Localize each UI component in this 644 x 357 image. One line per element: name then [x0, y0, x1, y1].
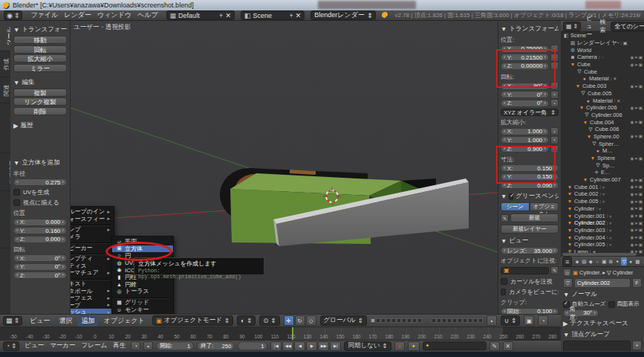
- delete-keyframe-button[interactable]: ✕: [503, 341, 513, 351]
- timeline-menu[interactable]: 再生: [111, 341, 128, 350]
- properties-tab[interactable]: ▦: [634, 257, 640, 266]
- mesh-submenu-item[interactable]: ☺ モンキー: [112, 306, 173, 313]
- checkbox[interactable]: [13, 199, 20, 206]
- selectable-icon[interactable]: ➤: [634, 206, 638, 210]
- gp-new-layer-button[interactable]: 新規レイヤー: [501, 225, 559, 234]
- increment-icon[interactable]: ›: [62, 179, 64, 185]
- lock-playhead-button[interactable]: •: [143, 341, 153, 350]
- manipulator-translate-button[interactable]: ✛: [284, 315, 294, 326]
- toolshelf-tab[interactable]: 関連: [0, 77, 10, 103]
- outliner-row[interactable]: ▽ Cube.005 | ◉ ➤ ▣: [561, 90, 644, 97]
- layer-toggle[interactable]: [452, 318, 457, 323]
- panel-header-history[interactable]: ▶ 履歴: [13, 121, 67, 130]
- toolshelf-tab[interactable]: ツール: [0, 21, 10, 51]
- increment-icon[interactable]: ›: [62, 219, 64, 225]
- add-layout-icon[interactable]: +: [219, 12, 223, 19]
- add-scene-icon[interactable]: +: [289, 12, 293, 19]
- outliner-row[interactable]: ▼ Cylinder.004 | ▿ ◉ ➤ ▣: [561, 234, 644, 241]
- decrement-icon[interactable]: ‹: [504, 91, 506, 97]
- sync-mode-selector[interactable]: 同期しない ⇕: [344, 341, 391, 351]
- increment-icon[interactable]: ›: [544, 129, 546, 135]
- topbar-menu[interactable]: ウィンドウ: [95, 10, 134, 20]
- outliner-row[interactable]: ✛ E… | ◉ ➤ ▣: [561, 169, 644, 176]
- viewport-menu[interactable]: 追加: [77, 315, 98, 327]
- mode-selector[interactable]: ▣ オブジェクトモード ⇕: [152, 315, 233, 326]
- lock-icon[interactable]: •: [550, 91, 559, 99]
- properties-tab[interactable]: ✦: [614, 257, 620, 266]
- delete-layout-icon[interactable]: ✕: [225, 12, 231, 19]
- scale-field[interactable]: ‹ Y: 1.000 ›: [501, 136, 549, 144]
- timeline-menu[interactable]: フレーム: [79, 341, 110, 350]
- layer-toggle[interactable]: [397, 318, 401, 323]
- renderable-icon[interactable]: ▣: [639, 134, 643, 138]
- properties-tab[interactable]: ■: [574, 257, 580, 266]
- panel-header-add-cube[interactable]: ▼ 立方体を追加: [13, 158, 67, 167]
- pencil-icon[interactable]: ✎: [501, 214, 509, 222]
- gp-scene-toggle[interactable]: シーン: [501, 202, 530, 211]
- outliner-row[interactable]: ▼ Cube.005 | ▿ ◉ ➤ ▣: [561, 198, 644, 205]
- decrement-icon[interactable]: ‹: [504, 129, 506, 135]
- panel-header-view[interactable]: ▼ ビュー: [501, 237, 559, 245]
- pivot-selector[interactable]: ⊙ ⇕: [259, 315, 279, 326]
- clip-field[interactable]: ‹ 開始: 0.100 ›: [501, 308, 559, 314]
- outliner-row[interactable]: ▼ Cylinder.007 | ◉ ➤ ▣: [561, 176, 644, 184]
- outliner-row[interactable]: ▼ Cylinder.006 | ◉ ➤ ▣: [561, 104, 644, 112]
- rotation-field[interactable]: ‹ X: 0° ›: [13, 254, 67, 262]
- properties-tab[interactable]: ▽: [621, 257, 627, 266]
- panel-header-transform[interactable]: ▼ トランスフォーム: [13, 25, 67, 34]
- outliner-row[interactable]: ▽ Spher… | ◉ ➤ ▣: [561, 140, 644, 147]
- layer-toggle[interactable]: [386, 318, 391, 323]
- hide-icon[interactable]: ◉: [630, 206, 634, 210]
- renderable-icon[interactable]: ▣: [639, 221, 643, 225]
- outliner-row[interactable]: ▼ Cube.002 | ▿ ◉ ➤ ▣: [561, 190, 644, 198]
- increment-icon[interactable]: ›: [544, 100, 546, 106]
- outliner-row[interactable]: ▼ Cylinder.002 | ▿ ◉ ➤ ▣: [561, 219, 644, 227]
- decrement-icon[interactable]: ‹: [16, 179, 19, 185]
- active-keying-set-field[interactable]: ✦: [423, 341, 487, 350]
- lock-object-field[interactable]: ▣: [501, 267, 549, 274]
- add-vertex-group-button[interactable]: +: [632, 341, 642, 350]
- layer-toggle[interactable]: [417, 318, 422, 323]
- topbar-menu[interactable]: レンダー: [62, 10, 94, 20]
- renderable-icon[interactable]: ▣: [639, 84, 643, 89]
- rotation-field[interactable]: ‹ Z: 0° ›: [13, 271, 67, 279]
- checkbox[interactable]: [13, 189, 20, 196]
- properties-tab[interactable]: ⊞: [608, 257, 614, 266]
- panel-header-grease-pencil[interactable]: ▼ グリースペンシルレイヤー: [501, 192, 559, 201]
- layer-toggle[interactable]: [371, 318, 375, 323]
- decrement-icon[interactable]: ‹: [504, 137, 506, 143]
- decrement-icon[interactable]: ‹: [16, 219, 19, 225]
- opengl-render-anim-button[interactable]: ◔: [538, 315, 548, 326]
- add-menu-item[interactable]: ▣ カメラ ▸: [71, 234, 114, 241]
- keying-set-menu-button[interactable]: ✦: [408, 341, 420, 351]
- location-field[interactable]: ‹ Z: 0.000 ›: [13, 236, 67, 243]
- layer-toggle[interactable]: [442, 318, 446, 323]
- playback-button[interactable]: ▶▶: [318, 341, 329, 351]
- add-menu-item[interactable]: ▽ メッシュ ▸: [71, 309, 114, 314]
- hide-icon[interactable]: ◉: [630, 134, 634, 138]
- outliner-row[interactable]: ● M… | ◉ ➤ ▣: [561, 147, 644, 155]
- tool-button[interactable]: 削除: [13, 107, 67, 115]
- playback-button[interactable]: ◀◀: [282, 341, 293, 351]
- layer-toggle[interactable]: [478, 318, 483, 323]
- selectable-icon[interactable]: ➤: [634, 156, 638, 161]
- timeline-ruler[interactable]: -50-40-30-20-100102030405060708090100110…: [0, 327, 561, 341]
- scene-selector[interactable]: ◧ Scene + ✕: [241, 10, 305, 20]
- hide-icon[interactable]: ◉: [630, 178, 634, 182]
- viewport-menu[interactable]: ビュー: [26, 315, 53, 327]
- layer-toggle[interactable]: [376, 318, 380, 323]
- layer-toggle[interactable]: [381, 318, 386, 323]
- increment-icon[interactable]: ›: [62, 255, 64, 261]
- layer-toggle[interactable]: [391, 318, 396, 323]
- eyedropper-icon[interactable]: ✎: [550, 266, 559, 274]
- layer-toggle[interactable]: [437, 318, 441, 323]
- properties-tab[interactable]: ○: [594, 257, 600, 266]
- rotation-field[interactable]: ‹ Z: 0° ›: [501, 100, 549, 107]
- outliner-row[interactable]: ▼ Sphere | ◉ ➤ ▣: [561, 155, 644, 162]
- layer-toggle[interactable]: [402, 318, 406, 323]
- hide-icon[interactable]: ◉: [630, 84, 634, 89]
- outliner-row[interactable]: ▼ Sphere.00 | ◉ ➤ ▣: [561, 133, 644, 141]
- manipulator-scale-button[interactable]: ◇: [306, 315, 316, 326]
- outliner-row[interactable]: ▤ レンダーレイヤー | ▣ ◉ ➤ ▣: [561, 39, 644, 47]
- tool-button[interactable]: 移動: [13, 36, 67, 44]
